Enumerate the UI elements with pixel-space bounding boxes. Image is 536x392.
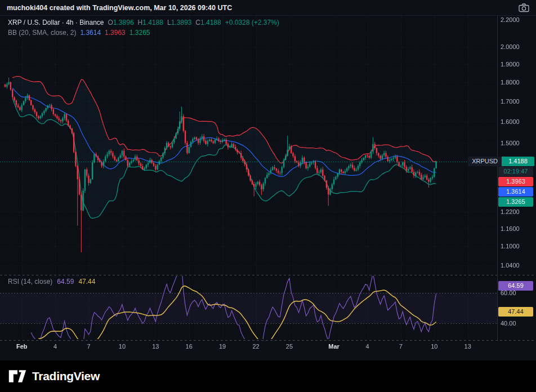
- tradingview-chart-window: muchoki404 created with TradingView.com,…: [0, 0, 536, 392]
- open-value: 1.3896: [113, 19, 134, 26]
- time-axis-label: 10: [119, 343, 126, 350]
- time-axis-label: 19: [219, 343, 226, 350]
- bb-basis-value: 1.3614: [80, 29, 101, 37]
- bb-upper-value: 1.3963: [105, 29, 126, 37]
- ohlc-legend-row: XRP / U.S. Dollar · 4h · Binance O1.3896…: [8, 19, 279, 26]
- symbol-price-badge: XRPUSD1.4188: [468, 157, 534, 166]
- attribution-text: muchoki404 created with TradingView.com,…: [7, 4, 232, 12]
- rsi-value-badge: 64.59: [498, 281, 533, 291]
- price-tick-label: 1.9000: [501, 61, 520, 68]
- price-tick-label: 1.6000: [501, 118, 520, 125]
- bb-basis-badge: 1.3614: [498, 187, 533, 197]
- time-axis-label: 4: [53, 343, 57, 350]
- bb-legend-row: BB (20, SMA, close, 2) 1.3614 1.3963 1.3…: [8, 29, 279, 37]
- rsi-legend: RSI (14, close) 64.59 47.44: [8, 278, 95, 286]
- last-price-badge: 1.4188: [502, 157, 534, 166]
- attribution-bar: muchoki404 created with TradingView.com,…: [0, 0, 536, 16]
- price-chart-canvas[interactable]: [0, 16, 536, 360]
- bb-upper-badge: 1.3963: [498, 177, 533, 186]
- rsi-ma-badge: 47.44: [498, 307, 533, 317]
- footer-bar: TradingView: [0, 360, 536, 392]
- time-axis-label: 13: [464, 343, 471, 350]
- rsi-value: 64.59: [57, 278, 74, 286]
- time-axis-label: 7: [87, 343, 90, 350]
- close-label: C: [195, 19, 200, 26]
- bb-lower-value: 1.3265: [129, 29, 150, 37]
- price-tick-label: 1.7000: [501, 98, 520, 105]
- low-value: 1.3893: [171, 19, 192, 26]
- low-label: L: [167, 19, 171, 26]
- time-axis-label: 16: [186, 343, 193, 350]
- close-value: 1.4188: [200, 19, 221, 26]
- tradingview-logo-icon[interactable]: [8, 368, 27, 384]
- price-tick-label: 2.2000: [501, 16, 520, 23]
- open-label: O: [108, 19, 113, 26]
- high-label: H: [138, 19, 143, 26]
- price-tick-label: 1.5000: [501, 140, 520, 146]
- time-axis-label: 22: [252, 343, 259, 350]
- price-tick-label: 1.1000: [501, 243, 520, 250]
- time-axis-label: 7: [399, 343, 403, 350]
- time-axis-label: Mar: [328, 343, 340, 350]
- symbol-title[interactable]: XRP / U.S. Dollar · 4h · Binance: [8, 19, 104, 26]
- bb-lower-badge: 1.3265: [498, 197, 533, 207]
- price-tick-label: 1.2200: [501, 208, 520, 215]
- time-axis-label: 10: [431, 343, 437, 350]
- price-tick-label: 2.0000: [501, 43, 520, 50]
- time-axis-label: 13: [152, 343, 159, 350]
- price-tick-label: 1.8000: [501, 79, 520, 86]
- price-tick-label: 1.1600: [501, 225, 520, 232]
- tradingview-wordmark[interactable]: TradingView: [32, 369, 100, 383]
- time-axis-label: 4: [365, 343, 369, 350]
- symbol-legend: XRP / U.S. Dollar · 4h · Binance O1.3896…: [8, 19, 279, 39]
- time-axis-label: 25: [286, 343, 293, 350]
- camera-snapshot-icon[interactable]: [519, 3, 529, 12]
- high-value: 1.4188: [142, 19, 163, 26]
- change-value: +0.0328 (+2.37%): [225, 19, 279, 26]
- bb-title[interactable]: BB (20, SMA, close, 2): [8, 29, 76, 37]
- countdown-badge: 02:19:47: [498, 167, 533, 176]
- time-axis-label: Feb: [16, 343, 28, 350]
- rsi-tick-label: 40.00: [501, 320, 516, 327]
- rsi-title[interactable]: RSI (14, close): [8, 278, 52, 286]
- rsi-ma-value: 47.44: [78, 278, 95, 286]
- symbol-badge-label: XRPUSD: [468, 157, 502, 166]
- price-tick-label: 1.0400: [501, 262, 520, 269]
